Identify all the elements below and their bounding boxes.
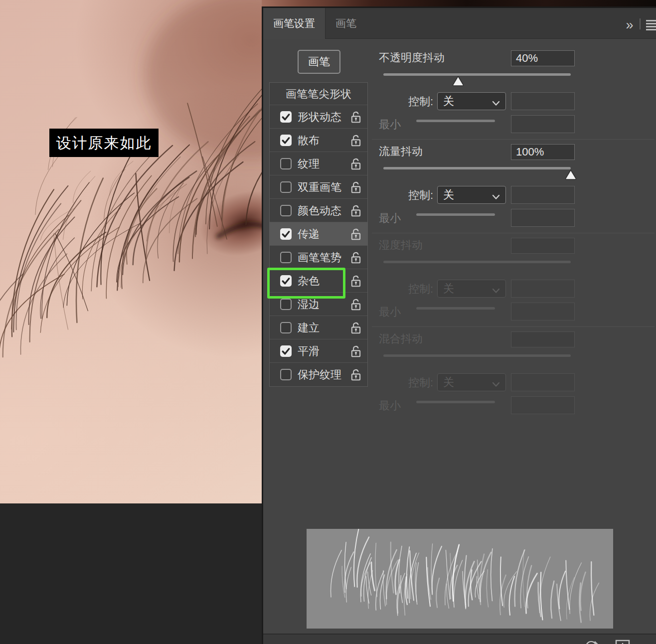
photoshop-workspace: 设计原来如此 画笔设置 画笔 » 画笔 画笔笔尖形状 形状动态散布纹理双重画笔颜… (0, 0, 656, 644)
wetness-jitter-minimum-label: 最小 (379, 305, 401, 320)
opacity-jitter-label: 不透明度抖动 (379, 50, 445, 65)
opacity-jitter-minimum-value-box (511, 115, 575, 133)
flow-jitter-value-input[interactable]: 100% (511, 144, 575, 160)
opacity-jitter-control-value-box (511, 92, 575, 110)
mix-jitter-control-label: 控制: (379, 375, 433, 390)
tabbar-underline (326, 38, 656, 39)
flow-jitter-slider-thumb[interactable] (564, 169, 577, 180)
new-brush-icon[interactable] (614, 639, 631, 644)
mix-jitter-minimum-value-box (511, 396, 575, 414)
restore-brush-icon[interactable] (585, 639, 599, 644)
tab-brush-settings[interactable]: 画笔设置 (263, 8, 326, 39)
flow-jitter-minimum-label: 最小 (379, 211, 401, 226)
mix-jitter-label: 混合抖动 (379, 331, 423, 346)
noise-highlight-box (267, 268, 345, 299)
opacity-jitter-minimum-slider (416, 120, 495, 122)
wetness-jitter-control-value-box (511, 280, 575, 298)
flow-jitter-control-value-box (511, 186, 575, 204)
flow-jitter-minimum-value-box (511, 209, 575, 227)
flow-jitter-label: 流量抖动 (379, 144, 423, 159)
section-opacity-jitter: 不透明度抖动40%控制:关最小 (263, 45, 656, 139)
background-photo-eyelashes: 设计原来如此 (0, 0, 262, 503)
tab-brushes[interactable]: 画笔 (326, 8, 366, 39)
photo-strip-above-panel (262, 0, 656, 6)
section-flow-jitter: 流量抖动100%控制:关最小 (263, 139, 656, 233)
wetness-jitter-control-label: 控制: (379, 282, 433, 297)
wetness-jitter-slider (383, 261, 571, 263)
brush-settings-panel: 画笔设置 画笔 » 画笔 画笔笔尖形状 形状动态散布纹理双重画笔颜色动态传递画笔… (262, 6, 656, 644)
mix-jitter-minimum-label: 最小 (379, 398, 401, 413)
opacity-jitter-slider-thumb[interactable] (452, 75, 465, 86)
wetness-jitter-value-input (511, 238, 575, 254)
flow-jitter-slider[interactable] (383, 167, 571, 169)
stroke-preview (307, 529, 613, 629)
watermark: 设计原来如此 (49, 129, 159, 157)
opacity-jitter-value-input[interactable]: 40% (511, 50, 575, 66)
opacity-jitter-slider[interactable] (383, 73, 571, 76)
mix-jitter-control-dropdown: 关 (437, 373, 506, 391)
panel-tab-bar: 画笔设置 画笔 » (263, 8, 656, 39)
wetness-jitter-label: 湿度抖动 (379, 238, 423, 253)
flow-jitter-control-dropdown[interactable]: 关 (437, 186, 506, 204)
wetness-jitter-control-dropdown: 关 (437, 280, 506, 298)
eyelashes-illustration (0, 0, 262, 503)
canvas-background (0, 503, 262, 644)
mix-jitter-value-input (511, 331, 575, 347)
mix-jitter-minimum-slider (416, 401, 495, 403)
opacity-jitter-minimum-label: 最小 (379, 117, 401, 132)
collapse-panel-icon[interactable]: » (621, 19, 638, 32)
flow-jitter-minimum-slider (416, 213, 495, 216)
section-mix-jitter: 混合抖动控制:关最小 (263, 326, 656, 420)
panel-menu-icon[interactable] (646, 20, 656, 30)
panel-footer (263, 635, 656, 644)
wetness-jitter-minimum-slider (416, 307, 495, 310)
tabbar-divider (640, 18, 641, 29)
mix-jitter-slider (383, 354, 571, 357)
mix-jitter-control-value-box (511, 373, 575, 391)
opacity-jitter-control-label: 控制: (379, 94, 433, 109)
opacity-jitter-control-dropdown[interactable]: 关 (437, 92, 506, 110)
wetness-jitter-minimum-value-box (511, 303, 575, 321)
flow-jitter-control-label: 控制: (379, 188, 433, 203)
